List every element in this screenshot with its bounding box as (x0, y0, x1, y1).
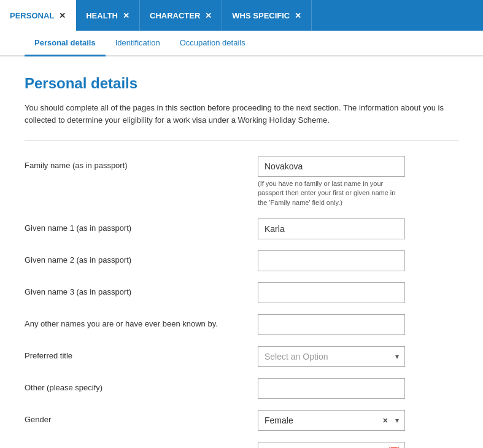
tab-personal-close[interactable]: ✕ (59, 11, 66, 20)
other-specify-row: Other (please specify) (25, 378, 458, 399)
subtab-personal-details[interactable]: Personal details (25, 31, 106, 56)
tab-health-close[interactable]: ✕ (123, 11, 129, 20)
tab-character-close[interactable]: ✕ (205, 11, 212, 20)
tab-character[interactable]: CHARACTER ✕ (140, 0, 222, 31)
gender-wrapper: Select an Option Male Female Other × ▾ (258, 410, 405, 431)
page-title: Personal details (25, 75, 458, 92)
given-name-3-label: Given name 3 (as in passport) (25, 282, 258, 296)
preferred-title-wrapper: Select an Option Mr Mrs Miss Ms Dr Prof … (258, 346, 405, 367)
preferred-title-label: Preferred title (25, 346, 258, 360)
given-name-3-field (258, 282, 458, 303)
tab-health-label: HEALTH (86, 11, 118, 20)
tab-personal[interactable]: PERSONAL ✕ (0, 0, 76, 31)
preferred-title-select[interactable]: Select an Option Mr Mrs Miss Ms Dr Prof (258, 346, 405, 367)
family-name-row: Family name (as in passport) (If you hav… (25, 156, 458, 207)
given-name-1-input[interactable] (258, 218, 405, 239)
section-divider (25, 141, 458, 141)
gender-label: Gender (25, 410, 258, 424)
gender-select[interactable]: Select an Option Male Female Other (258, 410, 405, 431)
other-names-input[interactable] (258, 314, 405, 335)
preferred-title-field: Select an Option Mr Mrs Miss Ms Dr Prof … (258, 346, 458, 367)
tab-whs-specific[interactable]: WHS SPECIFIC ✕ (222, 0, 312, 31)
given-name-2-input[interactable] (258, 250, 405, 271)
family-name-field: (If you have no family or last name in y… (258, 156, 458, 207)
other-specify-label: Other (please specify) (25, 378, 258, 392)
given-name-2-label: Given name 2 (as in passport) (25, 250, 258, 265)
given-name-1-field (258, 218, 458, 239)
subtab-occupation-details[interactable]: Occupation details (170, 31, 255, 56)
other-specify-field (258, 378, 458, 399)
family-name-hint: (If you have no family or last name in y… (258, 179, 405, 207)
given-name-1-label: Given name 1 (as in passport) (25, 218, 258, 233)
given-name-1-row: Given name 1 (as in passport) (25, 218, 458, 239)
tab-whs-specific-close[interactable]: ✕ (295, 11, 301, 20)
given-name-3-input[interactable] (258, 282, 405, 303)
gender-row: Gender Select an Option Male Female Othe… (25, 410, 458, 431)
given-name-3-row: Given name 3 (as in passport) (25, 282, 458, 303)
given-name-2-field (258, 250, 458, 271)
date-of-birth-input[interactable] (258, 442, 405, 448)
top-navigation: PERSONAL ✕ HEALTH ✕ CHARACTER ✕ WHS SPEC… (0, 0, 483, 31)
sub-navigation: Personal details Identification Occupati… (0, 31, 483, 56)
other-names-row: Any other names you are or have ever bee… (25, 314, 458, 335)
date-of-birth-field: 📅 (258, 442, 458, 448)
family-name-label: Family name (as in passport) (25, 156, 258, 170)
date-of-birth-row: Date of birth 📅 (25, 442, 458, 448)
date-of-birth-label: Date of birth (25, 442, 258, 448)
subtab-identification[interactable]: Identification (106, 31, 170, 56)
given-name-2-row: Given name 2 (as in passport) (25, 250, 458, 271)
main-content: Personal details You should complete all… (0, 56, 483, 448)
tab-whs-specific-label: WHS SPECIFIC (232, 11, 290, 20)
tab-personal-label: PERSONAL (10, 11, 54, 20)
other-names-field (258, 314, 458, 335)
tab-character-label: CHARACTER (150, 11, 200, 20)
date-of-birth-wrapper: 📅 (258, 442, 405, 448)
other-specify-input[interactable] (258, 378, 405, 399)
page-description: You should complete all of the pages in … (25, 102, 458, 126)
family-name-input[interactable] (258, 156, 405, 177)
preferred-title-row: Preferred title Select an Option Mr Mrs … (25, 346, 458, 367)
other-names-label: Any other names you are or have ever bee… (25, 314, 258, 328)
gender-field: Select an Option Male Female Other × ▾ (258, 410, 458, 431)
tab-health[interactable]: HEALTH ✕ (76, 0, 140, 31)
